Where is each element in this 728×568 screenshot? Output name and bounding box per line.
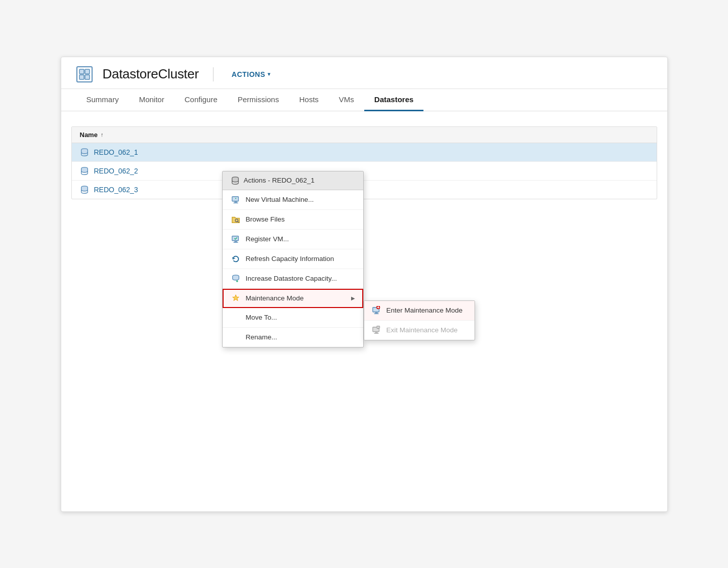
context-header-icon <box>231 176 240 185</box>
rename-icon <box>231 332 241 342</box>
svg-rect-0 <box>79 69 84 74</box>
table-row[interactable]: REDO_062_3 <box>72 181 657 199</box>
maintenance-mode-icon <box>231 293 241 303</box>
refresh-icon <box>231 254 241 264</box>
page-title: DatastoreCluster <box>103 66 199 82</box>
rename-label: Rename... <box>246 333 355 341</box>
svg-rect-18 <box>375 332 377 333</box>
menu-item-increase-capacity[interactable]: Increase Datastore Capacity... <box>223 269 363 289</box>
actions-button[interactable]: ACTIONS ▾ <box>228 68 275 80</box>
refresh-capacity-label: Refresh Capacity Information <box>246 255 355 263</box>
datastore-icon <box>80 148 89 157</box>
tab-summary[interactable]: Summary <box>76 89 129 111</box>
sort-icon[interactable]: ↑ <box>101 132 104 138</box>
menu-item-new-vm[interactable]: New Virtual Machine... <box>223 190 363 210</box>
tab-permissions[interactable]: Permissions <box>228 89 289 111</box>
tab-datastores[interactable]: Datastores <box>364 89 424 111</box>
app-container: DatastoreCluster ACTIONS ▾ Summary Monit… <box>61 57 668 512</box>
svg-rect-9 <box>234 201 237 202</box>
browse-files-icon <box>231 214 241 225</box>
submenu-arrow-icon: ▶ <box>351 295 355 301</box>
increase-capacity-icon <box>231 274 241 284</box>
new-vm-icon <box>231 195 241 205</box>
svg-rect-11 <box>232 236 238 240</box>
svg-rect-1 <box>85 69 90 74</box>
header-divider <box>213 67 213 81</box>
svg-rect-8 <box>232 196 238 201</box>
menu-item-register-vm[interactable]: Register VM... <box>223 230 363 249</box>
datastore-link-1[interactable]: REDO_062_1 <box>94 148 138 156</box>
menu-item-rename[interactable]: Rename... <box>223 328 363 347</box>
menu-item-maintenance-mode[interactable]: Maintenance Mode ▶ <box>223 289 363 308</box>
datastore-link-2[interactable]: REDO_062_2 <box>94 167 138 175</box>
datastore-icon <box>80 185 89 194</box>
menu-item-browse-files[interactable]: Browse Files <box>223 210 363 230</box>
move-to-label: Move To... <box>246 314 355 321</box>
context-menu-title: Actions - REDO_062_1 <box>244 177 315 184</box>
increase-capacity-label: Increase Datastore Capacity... <box>246 275 355 282</box>
tab-configure[interactable]: Configure <box>175 89 228 111</box>
tab-monitor[interactable]: Monitor <box>129 89 175 111</box>
svg-rect-12 <box>234 241 237 242</box>
menu-item-move-to[interactable]: Move To... <box>223 308 363 328</box>
svg-rect-15 <box>375 312 377 313</box>
move-to-icon <box>231 313 241 323</box>
maintenance-mode-label: Maintenance Mode <box>246 294 346 302</box>
column-name-label: Name <box>80 131 98 139</box>
tab-hosts[interactable]: Hosts <box>289 89 328 111</box>
register-vm-icon <box>231 234 241 244</box>
datastore-link-3[interactable]: REDO_062_3 <box>94 186 138 194</box>
svg-rect-3 <box>85 75 90 79</box>
header: DatastoreCluster ACTIONS ▾ <box>61 57 667 89</box>
svg-rect-2 <box>79 75 84 79</box>
context-menu-header: Actions - REDO_062_1 <box>223 171 363 190</box>
datastores-table: Name ↑ REDO_062_1 REDO_062_2 <box>71 126 657 199</box>
enter-maintenance-icon <box>371 305 381 316</box>
main-content: Name ↑ REDO_062_1 REDO_062_2 <box>61 111 667 199</box>
table-row[interactable]: REDO_062_1 <box>72 143 657 162</box>
datastore-cluster-icon <box>76 66 93 82</box>
table-header: Name ↑ <box>72 127 657 143</box>
register-vm-label: Register VM... <box>246 235 355 243</box>
datastore-icon <box>80 166 89 176</box>
context-menu: Actions - REDO_062_1 New Virtual Machine… <box>222 171 364 347</box>
tabs-bar: Summary Monitor Configure Permissions Ho… <box>61 89 667 111</box>
cluster-svg <box>79 69 90 80</box>
tab-vms[interactable]: VMs <box>329 89 364 111</box>
submenu-item-exit-maintenance: Exit Maintenance Mode <box>364 321 475 340</box>
exit-maintenance-label: Exit Maintenance Mode <box>387 326 467 334</box>
browse-files-label: Browse Files <box>246 215 355 223</box>
maintenance-submenu: Enter Maintenance Mode Exit Maintenance … <box>364 300 475 340</box>
enter-maintenance-label: Enter Maintenance Mode <box>387 307 467 314</box>
actions-label: ACTIONS <box>232 70 266 78</box>
menu-item-refresh-capacity[interactable]: Refresh Capacity Information <box>223 249 363 269</box>
table-row[interactable]: REDO_062_2 <box>72 162 657 181</box>
chevron-down-icon: ▾ <box>268 71 271 77</box>
submenu-item-enter-maintenance[interactable]: Enter Maintenance Mode <box>364 301 475 321</box>
new-vm-label: New Virtual Machine... <box>246 196 355 203</box>
exit-maintenance-icon <box>371 325 381 335</box>
